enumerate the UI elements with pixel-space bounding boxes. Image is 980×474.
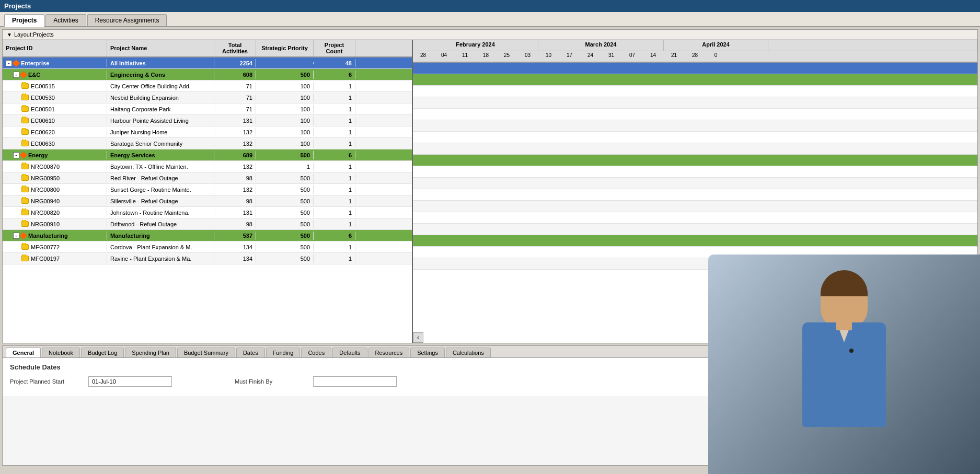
col-project-count: Project Count: [314, 40, 355, 56]
cell-priority: [256, 62, 314, 64]
tab-settings[interactable]: Settings: [410, 348, 445, 357]
tab-resources[interactable]: Resources: [368, 348, 410, 357]
cell-project-id: - Manufacturing: [3, 232, 107, 240]
section-title: Schedule Dates: [10, 363, 970, 371]
cell-project-id: MFG00772: [3, 243, 107, 251]
table-row[interactable]: NRG00800 Sunset Gorge - Routine Mainte. …: [3, 184, 412, 195]
cell-project-name: Juniper Nursing Home: [107, 128, 214, 136]
cell-total: 98: [214, 174, 256, 182]
cell-total: 131: [214, 209, 256, 217]
cell-project-id: NRG00910: [3, 220, 107, 228]
tab-projects[interactable]: Projects: [4, 14, 44, 27]
diamond-icon: [13, 59, 20, 66]
gantt-week: 24: [580, 51, 601, 62]
cell-count: 1: [314, 82, 355, 90]
gantt-week: 0: [706, 51, 727, 62]
gantt-month-apr: April 2024: [664, 40, 768, 51]
cell-priority: 500: [256, 232, 314, 240]
cell-total: 132: [214, 186, 256, 194]
gantt-row: [413, 212, 977, 224]
tab-activities[interactable]: Activities: [45, 14, 86, 26]
table-row[interactable]: EC00630 Saratoga Senior Community 132 10…: [3, 138, 412, 149]
cell-count: 6: [314, 232, 355, 240]
col-project-id: Project ID: [3, 40, 107, 56]
cell-total: 132: [214, 128, 256, 136]
gantt-row: [413, 189, 977, 201]
expand-icon[interactable]: -: [13, 152, 19, 158]
tab-budget-log[interactable]: Budget Log: [81, 348, 124, 357]
gantt-row: [413, 97, 977, 109]
must-finish-label: Must Finish By: [235, 378, 297, 385]
expand-icon[interactable]: -: [13, 72, 19, 78]
table-row[interactable]: NRG00870 Baytown, TX - Offline Mainten. …: [3, 161, 412, 172]
gantt-row: [413, 109, 977, 120]
tab-general[interactable]: General: [6, 348, 41, 357]
diamond-icon: [20, 232, 27, 239]
table-row[interactable]: EC00610 Harbour Pointe Assisted Living 1…: [3, 115, 412, 126]
table-row[interactable]: MFG00197 Ravine - Plant Expansion & Ma. …: [3, 253, 412, 264]
tab-calculations[interactable]: Calculations: [446, 348, 491, 357]
tab-funding[interactable]: Funding: [266, 348, 301, 357]
cell-project-name: Cordova - Plant Expansion & M.: [107, 243, 214, 251]
table-row[interactable]: - Enterprise All Initiatives 2254 48: [3, 57, 412, 69]
expand-icon[interactable]: -: [13, 233, 19, 239]
tab-resource-assignments[interactable]: Resource Assignments: [87, 14, 167, 26]
cell-priority: 500: [256, 174, 314, 182]
tab-budget-summary[interactable]: Budget Summary: [177, 348, 235, 357]
cell-project-name: Saratoga Senior Community: [107, 140, 214, 148]
tab-defaults[interactable]: Defaults: [332, 348, 367, 357]
folder-icon: [21, 164, 29, 169]
expand-icon[interactable]: -: [6, 60, 12, 66]
cell-project-id: NRG00950: [3, 174, 107, 182]
gantt-month-feb: February 2024: [413, 40, 538, 51]
cell-count: 1: [314, 140, 355, 148]
cell-total: 71: [214, 105, 256, 113]
tab-dates[interactable]: Dates: [236, 348, 265, 357]
table-row[interactable]: EC00515 City Center Office Building Add.…: [3, 80, 412, 92]
table-row[interactable]: NRG00820 Johnstown - Routine Maintena. 1…: [3, 207, 412, 218]
table-row[interactable]: MFG00772 Cordova - Plant Expansion & M. …: [3, 241, 412, 253]
table-row[interactable]: - Energy Energy Services 689 500 6: [3, 149, 412, 161]
folder-icon: [21, 83, 29, 89]
table-row[interactable]: - Manufacturing Manufacturing 537 500 6: [3, 230, 412, 241]
scroll-left-arrow[interactable]: ‹: [413, 332, 423, 343]
table-row[interactable]: EC00530 Nesbid Building Expansion 71 100…: [3, 92, 412, 103]
cell-total: 71: [214, 82, 256, 90]
table-row[interactable]: EC00620 Juniper Nursing Home 132 100 1: [3, 126, 412, 138]
gantt-row: [413, 166, 977, 178]
cell-priority: 500: [256, 151, 314, 159]
gantt-row: [413, 132, 977, 143]
gantt-row: [413, 201, 977, 212]
cell-count: 1: [314, 186, 355, 194]
table-row[interactable]: EC00501 Haitang Corporate Park 71 100 1: [3, 103, 412, 115]
cell-project-id: NRG00800: [3, 186, 107, 194]
cell-priority: 500: [256, 243, 314, 251]
folder-icon: [21, 198, 29, 204]
cell-project-name: Sunset Gorge - Routine Mainte.: [107, 186, 214, 194]
cell-project-id: - Energy: [3, 151, 107, 159]
table-row[interactable]: NRG00950 Red River - Refuel Outage 98 50…: [3, 172, 412, 184]
table-row[interactable]: - E&C Engineering & Cons 608 500 6: [3, 69, 412, 80]
table-row[interactable]: NRG00910 Driftwood - Refuel Outage 98 50…: [3, 218, 412, 230]
must-finish-input[interactable]: [313, 376, 397, 387]
cell-count: 1: [314, 94, 355, 102]
cell-count: 1: [314, 197, 355, 205]
gantt-week: 18: [476, 51, 497, 62]
cell-count: 48: [314, 59, 355, 67]
gantt-row: [413, 143, 977, 155]
gantt-header: February 2024 March 2024 April 2024 28 0…: [413, 40, 977, 63]
cell-priority: 500: [256, 197, 314, 205]
gantt-row: [413, 120, 977, 132]
planned-start-input[interactable]: [88, 376, 172, 387]
bottom-tabs: General Notebook Budget Log Spending Pla…: [3, 346, 977, 358]
split-container: Project ID Project Name Total Activities…: [3, 40, 977, 343]
tab-codes[interactable]: Codes: [301, 348, 331, 357]
cell-total: 134: [214, 255, 256, 263]
folder-icon: [21, 175, 29, 181]
cell-project-name: Nesbid Building Expansion: [107, 94, 214, 102]
gantt-week: 25: [497, 51, 517, 62]
tab-spending-plan[interactable]: Spending Plan: [125, 348, 176, 357]
tab-notebook[interactable]: Notebook: [42, 348, 80, 357]
table-row[interactable]: NRG00940 Sillersville - Refuel Outage 98…: [3, 195, 412, 207]
cell-count: 6: [314, 71, 355, 79]
